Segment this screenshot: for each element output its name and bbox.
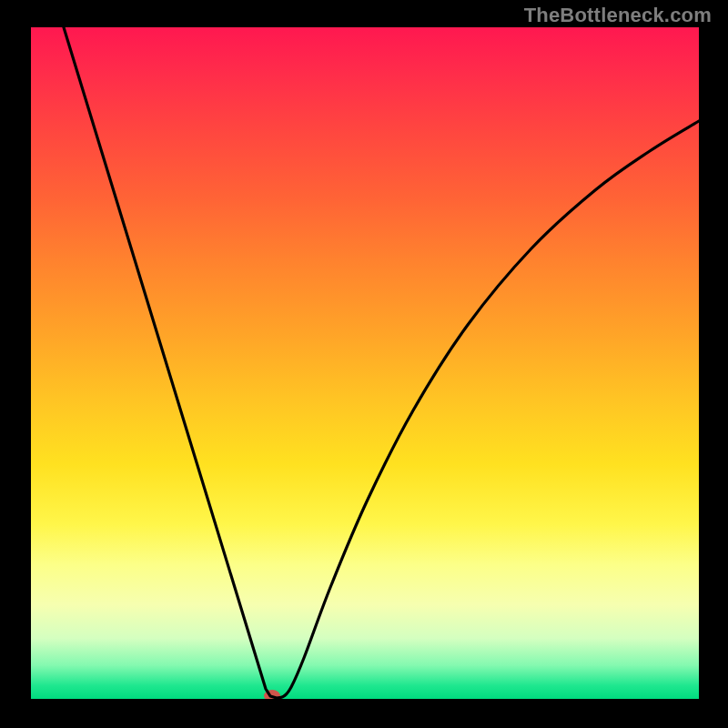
curve-svg [31, 27, 699, 699]
chart-container: TheBottleneck.com [0, 0, 728, 728]
plot-area [31, 27, 699, 699]
watermark-text: TheBottleneck.com [524, 4, 712, 27]
bottleneck-curve [60, 27, 699, 698]
